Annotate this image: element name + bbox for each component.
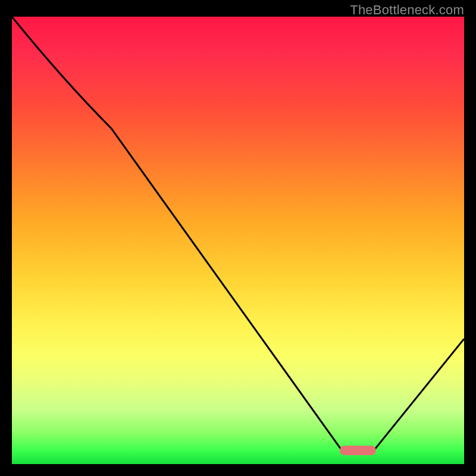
optimal-range-marker bbox=[340, 446, 376, 455]
watermark-text: TheBottleneck.com bbox=[350, 2, 464, 18]
chart-svg bbox=[12, 17, 464, 464]
chart-frame bbox=[12, 17, 464, 464]
bottleneck-curve-path bbox=[12, 17, 464, 452]
